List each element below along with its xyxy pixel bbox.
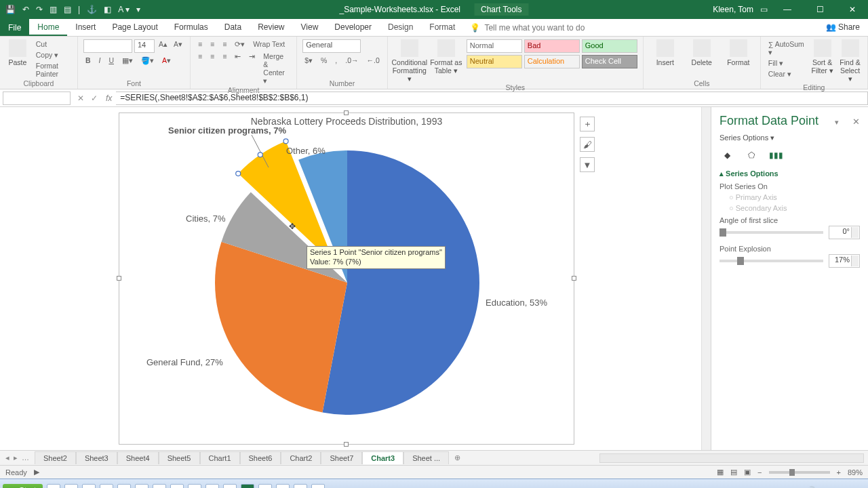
taskbar-icon[interactable] xyxy=(294,484,307,489)
taskbar-icon[interactable] xyxy=(170,484,184,489)
style-neutral[interactable]: Neutral xyxy=(467,55,522,68)
fill-color-button[interactable]: 🪣▾ xyxy=(139,56,156,66)
clear-button[interactable]: Clear ▾ xyxy=(766,69,806,79)
qat-icon[interactable]: ◧ xyxy=(104,5,111,14)
qat-dropdown-icon[interactable]: A ▾ xyxy=(118,5,130,14)
taskbar-excel-icon[interactable] xyxy=(241,484,254,489)
new-sheet-button[interactable]: ⊕ xyxy=(449,453,466,462)
series-options-icon[interactable]: ▮▮▮ xyxy=(768,148,783,163)
chart-frame[interactable]: Nebraska Lottery Proceeds Distribution, … xyxy=(119,113,574,445)
italic-button[interactable]: I xyxy=(96,56,102,66)
sheet-nav[interactable]: ◂▸… xyxy=(0,453,35,462)
fx-icon[interactable]: fx xyxy=(102,94,116,103)
sheet-tab[interactable]: Sheet2 xyxy=(35,451,76,464)
pie-chart[interactable] xyxy=(119,113,575,432)
wrap-text-button[interactable]: Wrap Text xyxy=(251,39,287,49)
start-button[interactable]: ⊞Start xyxy=(3,484,43,489)
tab-review[interactable]: Review xyxy=(250,19,292,36)
orientation-icon[interactable]: ⟳▾ xyxy=(233,39,247,49)
conditional-formatting-button[interactable]: Conditional Formatting ▾ xyxy=(393,39,426,83)
zoom-level[interactable]: 89% xyxy=(848,468,863,476)
copy-button[interactable]: Copy ▾ xyxy=(34,50,72,60)
ribbon-options-icon[interactable]: ▭ xyxy=(760,5,768,14)
fill-line-icon[interactable]: ◆ xyxy=(719,148,734,163)
redo-icon[interactable]: ↷ xyxy=(36,5,43,14)
taskbar-icon[interactable] xyxy=(100,484,113,489)
find-select-button[interactable]: Find & Select ▾ xyxy=(838,39,862,83)
maximize-button[interactable]: ☐ xyxy=(807,0,833,19)
bold-button[interactable]: B xyxy=(83,56,93,66)
data-label-senior[interactable]: Senior citizen programs, 7% xyxy=(168,125,277,136)
sheet-tab[interactable]: Sheet3 xyxy=(76,451,117,464)
number-format-dropdown[interactable]: General xyxy=(302,39,361,53)
tab-file[interactable]: File xyxy=(0,19,29,36)
taskbar-icon[interactable] xyxy=(135,484,149,489)
taskbar-icon[interactable] xyxy=(82,484,96,489)
chart-styles-button[interactable]: 🖌 xyxy=(580,137,595,152)
align-center-icon[interactable]: ≡ xyxy=(208,52,216,85)
enter-formula-icon[interactable]: ✓ xyxy=(91,94,98,103)
currency-icon[interactable]: $▾ xyxy=(302,56,315,65)
dec-decimal-icon[interactable]: ←.0 xyxy=(365,56,382,65)
pane-close-icon[interactable]: ✕ xyxy=(852,117,860,127)
border-button[interactable]: ▦▾ xyxy=(120,56,135,66)
formula-input[interactable]: =SERIES(,Sheet8!$A$2:$A$6,Sheet8!$B$2:$B… xyxy=(116,92,868,105)
anchor-icon[interactable]: ⚓ xyxy=(87,5,97,14)
data-label-cities[interactable]: Cities, 7% xyxy=(186,214,226,224)
name-box[interactable] xyxy=(3,92,71,105)
taskbar-icon[interactable] xyxy=(117,484,131,489)
view-normal-icon[interactable]: ▦ xyxy=(717,468,724,476)
tab-page-layout[interactable]: Page Layout xyxy=(104,19,165,36)
data-label-education[interactable]: Education, 53% xyxy=(486,298,547,308)
tab-view[interactable]: View xyxy=(293,19,327,36)
angle-value-input[interactable]: 0° xyxy=(829,226,860,239)
zoom-slider[interactable] xyxy=(769,471,830,474)
series-options-dropdown[interactable]: Series Options ▾ xyxy=(719,134,860,142)
sheet-tab[interactable]: Sheet7 xyxy=(321,451,362,464)
shrink-font-icon[interactable]: A▾ xyxy=(172,39,184,53)
zoom-out-icon[interactable]: − xyxy=(757,468,762,476)
fill-button[interactable]: Fill ▾ xyxy=(766,58,806,68)
style-calculation[interactable]: Calculation xyxy=(524,55,580,68)
tab-developer[interactable]: Developer xyxy=(326,19,380,36)
chart-canvas[interactable]: Nebraska Lottery Proceeds Distribution, … xyxy=(0,107,701,450)
font-size-dropdown[interactable]: 14 xyxy=(134,39,155,53)
chart-elements-button[interactable]: ＋ xyxy=(580,117,595,131)
taskbar-icon[interactable] xyxy=(205,484,219,489)
taskbar-icon[interactable] xyxy=(64,484,78,489)
cut-button[interactable]: Cut xyxy=(34,39,72,49)
taskbar-icon[interactable] xyxy=(188,484,201,489)
sheet-tab[interactable]: Chart1 xyxy=(200,451,240,464)
sheet-tab[interactable]: Chart3 xyxy=(362,451,403,464)
zoom-in-icon[interactable]: + xyxy=(837,468,841,476)
minimize-button[interactable]: — xyxy=(774,0,800,19)
style-bad[interactable]: Bad xyxy=(524,39,580,53)
tab-data[interactable]: Data xyxy=(216,19,250,36)
align-mid-icon[interactable]: ≡ xyxy=(208,39,216,49)
effects-icon[interactable]: ⬠ xyxy=(744,148,759,163)
section-series-options[interactable]: ▴ Series Options xyxy=(719,169,860,178)
tab-insert[interactable]: Insert xyxy=(67,19,104,36)
pane-options-icon[interactable]: ▾ xyxy=(835,118,839,126)
insert-cells-button[interactable]: Insert xyxy=(649,39,682,66)
format-as-table-button[interactable]: Format as Table ▾ xyxy=(430,39,462,75)
comma-icon[interactable]: , xyxy=(333,56,339,65)
font-name-dropdown[interactable] xyxy=(83,39,132,53)
style-check-cell[interactable]: Check Cell xyxy=(582,55,637,68)
sort-filter-button[interactable]: Sort & Filter ▾ xyxy=(810,39,834,75)
format-cells-button[interactable]: Format xyxy=(722,39,755,66)
style-normal[interactable]: Normal xyxy=(467,39,522,53)
merge-center-button[interactable]: Merge & Center ▾ xyxy=(261,52,291,85)
underline-button[interactable]: U xyxy=(106,56,116,66)
horizontal-scrollbar[interactable] xyxy=(599,453,864,463)
indent-inc-icon[interactable]: ⇥ xyxy=(247,52,257,85)
align-left-icon[interactable]: ≡ xyxy=(196,52,204,85)
share-button[interactable]: 👥 Share xyxy=(818,19,868,36)
qat-dropdown-icon[interactable]: ▾ xyxy=(136,5,140,14)
align-right-icon[interactable]: ≡ xyxy=(220,52,229,85)
font-color-button[interactable]: A▾ xyxy=(160,56,173,66)
save-icon[interactable]: 💾 xyxy=(5,5,16,14)
taskbar-icon[interactable] xyxy=(223,484,237,489)
align-top-icon[interactable]: ≡ xyxy=(196,39,204,49)
qat-icon[interactable]: ▥ xyxy=(50,5,57,14)
